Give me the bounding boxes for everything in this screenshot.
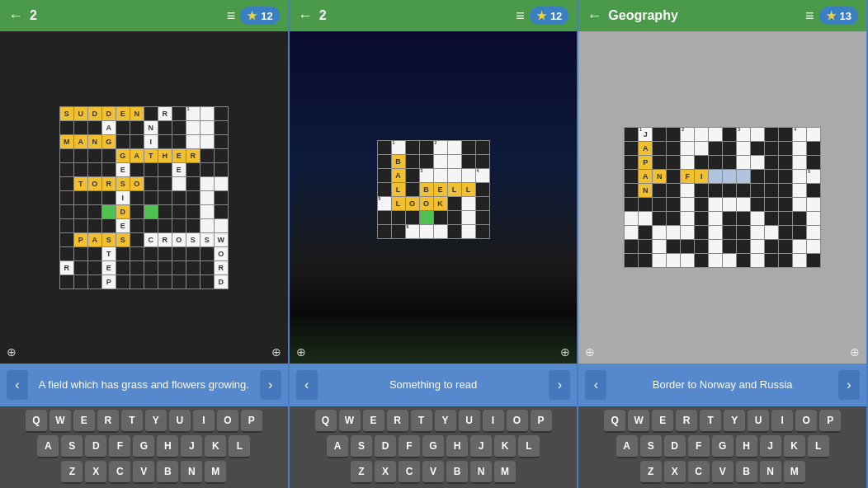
- cell[interactable]: 4: [475, 168, 489, 182]
- key-m[interactable]: M: [205, 461, 226, 484]
- key-h[interactable]: H: [157, 435, 178, 458]
- cell[interactable]: E: [433, 182, 447, 196]
- cell[interactable]: 2: [681, 128, 695, 142]
- key-h-p3[interactable]: H: [736, 435, 757, 458]
- cell[interactable]: [639, 212, 653, 226]
- key-r[interactable]: R: [97, 410, 119, 433]
- cell[interactable]: 4: [793, 128, 807, 142]
- cell[interactable]: N: [653, 170, 667, 184]
- cell[interactable]: [419, 224, 433, 238]
- cell[interactable]: [737, 170, 751, 184]
- cell[interactable]: R: [158, 106, 172, 120]
- cell[interactable]: [681, 184, 695, 198]
- key-a-p2[interactable]: A: [327, 435, 348, 458]
- menu-icon-2[interactable]: ≡: [516, 7, 525, 25]
- cell[interactable]: 5: [807, 170, 821, 184]
- cell[interactable]: A: [639, 142, 653, 156]
- cell[interactable]: [653, 254, 667, 268]
- cell[interactable]: [695, 128, 709, 142]
- key-k-p2[interactable]: K: [494, 435, 516, 458]
- cell[interactable]: K: [433, 196, 447, 210]
- next-clue-btn-3[interactable]: ›: [838, 370, 860, 400]
- cell[interactable]: O: [405, 196, 419, 210]
- cell[interactable]: 1: [391, 140, 405, 154]
- zoom-out-icon-3[interactable]: ⊕: [850, 345, 860, 359]
- key-w-p2[interactable]: W: [339, 410, 361, 433]
- cell[interactable]: L: [391, 196, 405, 210]
- cell[interactable]: E: [116, 162, 130, 176]
- cell[interactable]: S: [59, 106, 73, 120]
- key-u[interactable]: U: [169, 410, 191, 433]
- cell[interactable]: [793, 198, 807, 212]
- cell[interactable]: A: [639, 170, 653, 184]
- cell[interactable]: I: [695, 170, 709, 184]
- cell[interactable]: N: [130, 106, 144, 120]
- cell[interactable]: D: [116, 204, 130, 218]
- cell[interactable]: G: [116, 148, 130, 162]
- cell[interactable]: [200, 190, 214, 204]
- cell[interactable]: T: [101, 246, 116, 260]
- key-t-p3[interactable]: T: [700, 410, 721, 433]
- cell[interactable]: [807, 128, 821, 142]
- cell[interactable]: [447, 140, 461, 154]
- cell[interactable]: N: [144, 120, 158, 134]
- cell[interactable]: S: [116, 232, 130, 246]
- cell[interactable]: P: [639, 156, 653, 170]
- cell[interactable]: [807, 198, 821, 212]
- key-c-p3[interactable]: C: [688, 461, 710, 484]
- cell[interactable]: [625, 212, 639, 226]
- key-k-p3[interactable]: K: [784, 435, 805, 458]
- cell[interactable]: N: [87, 134, 101, 148]
- cell[interactable]: [667, 226, 681, 240]
- key-j[interactable]: J: [181, 435, 202, 458]
- cell[interactable]: O: [130, 176, 144, 190]
- key-o-p3[interactable]: O: [795, 410, 817, 433]
- zoom-in-icon-3[interactable]: ⊕: [585, 345, 595, 359]
- key-u-p2[interactable]: U: [459, 410, 480, 433]
- cell[interactable]: A: [391, 168, 405, 182]
- key-w[interactable]: W: [50, 410, 71, 433]
- cell[interactable]: E: [172, 162, 186, 176]
- back-button-2[interactable]: ←: [298, 7, 313, 25]
- key-h-p2[interactable]: H: [446, 435, 468, 458]
- cell[interactable]: [709, 128, 723, 142]
- cell[interactable]: [214, 218, 228, 232]
- cell[interactable]: [461, 224, 475, 238]
- board-area-1[interactable]: S U D D E N R 1 A: [0, 31, 288, 364]
- key-o-p2[interactable]: O: [507, 410, 528, 433]
- cell[interactable]: [751, 128, 765, 142]
- zoom-in-icon-2[interactable]: ⊕: [296, 345, 306, 359]
- key-f-p3[interactable]: F: [688, 435, 710, 458]
- key-l[interactable]: L: [229, 435, 250, 458]
- cell[interactable]: L: [391, 182, 405, 196]
- key-x[interactable]: X: [85, 461, 106, 484]
- cell[interactable]: [807, 240, 821, 254]
- cell[interactable]: C: [144, 232, 158, 246]
- key-r-p3[interactable]: R: [676, 410, 697, 433]
- key-p-p3[interactable]: P: [819, 410, 841, 433]
- key-v-p2[interactable]: V: [422, 461, 444, 484]
- key-v-p3[interactable]: V: [712, 461, 734, 484]
- zoom-in-icon-1[interactable]: ⊕: [7, 345, 17, 359]
- menu-icon-3[interactable]: ≡: [805, 7, 814, 25]
- cell[interactable]: O: [419, 196, 433, 210]
- cell[interactable]: [200, 204, 214, 218]
- cell[interactable]: S: [200, 232, 214, 246]
- cell[interactable]: A: [73, 134, 87, 148]
- cell[interactable]: [667, 254, 681, 268]
- key-y-p2[interactable]: Y: [435, 410, 456, 433]
- cell[interactable]: [419, 210, 433, 224]
- key-s-p3[interactable]: S: [640, 435, 662, 458]
- cell[interactable]: [200, 218, 214, 232]
- key-p-p2[interactable]: P: [531, 410, 552, 433]
- cell[interactable]: O: [214, 246, 228, 260]
- cell[interactable]: E: [172, 148, 186, 162]
- cell[interactable]: [709, 240, 723, 254]
- cell[interactable]: B: [419, 182, 433, 196]
- cell[interactable]: E: [116, 218, 130, 232]
- key-e-p3[interactable]: E: [652, 410, 673, 433]
- cell[interactable]: H: [158, 148, 172, 162]
- cell[interactable]: [737, 198, 751, 212]
- cell[interactable]: O: [87, 176, 101, 190]
- next-clue-btn-1[interactable]: ›: [260, 370, 281, 400]
